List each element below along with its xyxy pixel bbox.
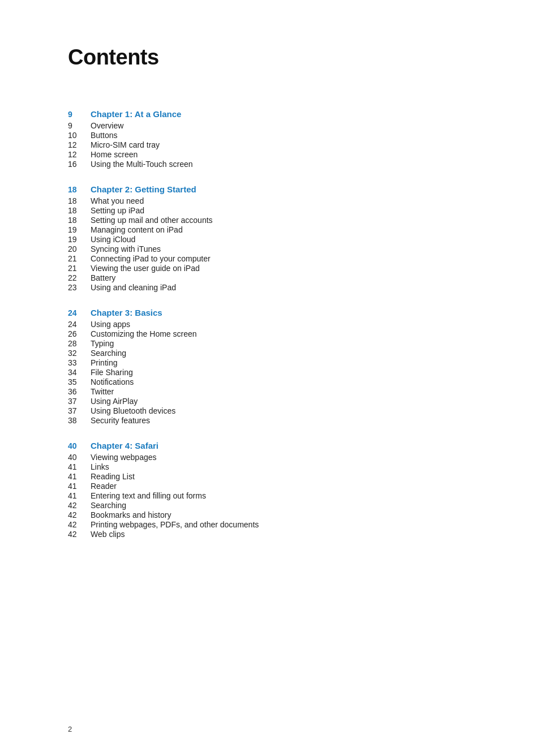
entry-text: Bookmarks and history — [91, 510, 171, 519]
toc-entry: 35Notifications — [68, 377, 472, 386]
toc-entry: 37Using AirPlay — [68, 397, 472, 406]
toc-entry: 36Twitter — [68, 387, 472, 396]
entry-page-num: 33 — [68, 358, 91, 367]
entry-text: Security features — [91, 416, 150, 425]
entry-text: Syncing with iTunes — [91, 244, 161, 254]
entry-page-num: 19 — [68, 225, 91, 234]
entry-text: Micro-SIM card tray — [91, 140, 160, 149]
toc-entry: 41Links — [68, 462, 472, 471]
toc-entry: 42Bookmarks and history — [68, 510, 472, 519]
toc-entry: 26Customizing the Home screen — [68, 329, 472, 338]
toc-entry: 41Entering text and filling out forms — [68, 491, 472, 500]
toc-entry: 9Overview — [68, 121, 472, 130]
entry-page-num: 19 — [68, 235, 91, 244]
entry-page-num: 24 — [68, 320, 91, 329]
entry-page-num: 21 — [68, 254, 91, 263]
chapter-3-title: Chapter 3: Basics — [91, 308, 162, 317]
page: Contents 9Chapter 1: At a Glance9Overvie… — [0, 0, 540, 756]
entry-text: Connecting iPad to your computer — [91, 254, 211, 263]
entry-text: Searching — [91, 349, 126, 358]
chapter-2-section: 18Chapter 2: Getting Started18What you n… — [68, 184, 472, 292]
toc-entry: 37Using Bluetooth devices — [68, 406, 472, 415]
entry-text: Viewing the user guide on iPad — [91, 264, 200, 273]
entry-text: Reading List — [91, 472, 135, 481]
entry-page-num: 34 — [68, 368, 91, 377]
entry-text: Buttons — [91, 131, 117, 140]
entry-text: Customizing the Home screen — [91, 329, 197, 338]
entry-text: Home screen — [91, 150, 138, 159]
entry-text: Entering text and filling out forms — [91, 491, 206, 500]
chapter-3-page: 24 — [68, 308, 91, 317]
entry-page-num: 42 — [68, 510, 91, 519]
toc-entry: 40Viewing webpages — [68, 453, 472, 462]
toc-entry: 33Printing — [68, 358, 472, 367]
toc-container: 9Chapter 1: At a Glance9Overview10Button… — [68, 109, 472, 539]
entry-page-num: 18 — [68, 216, 91, 225]
entry-text: Using apps — [91, 320, 130, 329]
toc-entry: 41Reading List — [68, 472, 472, 481]
entry-page-num: 41 — [68, 482, 91, 491]
entry-text: Using Bluetooth devices — [91, 406, 175, 415]
entry-text: Overview — [91, 121, 123, 130]
entry-page-num: 42 — [68, 520, 91, 529]
toc-entry: 21Viewing the user guide on iPad — [68, 264, 472, 273]
chapter-4-section: 40Chapter 4: Safari40Viewing webpages41L… — [68, 441, 472, 539]
toc-entry: 22Battery — [68, 273, 472, 282]
entry-page-num: 18 — [68, 206, 91, 215]
toc-entry: 10Buttons — [68, 131, 472, 140]
page-title: Contents — [68, 45, 472, 70]
entry-page-num: 18 — [68, 196, 91, 205]
chapter-1-section: 9Chapter 1: At a Glance9Overview10Button… — [68, 109, 472, 169]
toc-entry: 18Setting up mail and other accounts — [68, 216, 472, 225]
toc-entry: 18What you need — [68, 196, 472, 205]
page-number: 2 — [68, 725, 72, 733]
entry-page-num: 26 — [68, 329, 91, 338]
entry-text: Viewing webpages — [91, 453, 157, 462]
entry-page-num: 40 — [68, 453, 91, 462]
entry-text: Searching — [91, 501, 126, 510]
chapter-3-section: 24Chapter 3: Basics24Using apps26Customi… — [68, 308, 472, 425]
toc-entry: 34File Sharing — [68, 368, 472, 377]
toc-entry: 20Syncing with iTunes — [68, 244, 472, 254]
entry-page-num: 16 — [68, 160, 91, 169]
entry-page-num: 28 — [68, 339, 91, 348]
toc-entry: 18Setting up iPad — [68, 206, 472, 215]
toc-entry: 42Printing webpages, PDFs, and other doc… — [68, 520, 472, 529]
entry-text: Notifications — [91, 377, 134, 386]
entry-text: Using iCloud — [91, 235, 135, 244]
entry-text: Printing webpages, PDFs, and other docum… — [91, 520, 259, 529]
toc-entry: 24Using apps — [68, 320, 472, 329]
entry-text: Links — [91, 462, 109, 471]
entry-text: Reader — [91, 482, 117, 491]
entry-text: Using the Multi-Touch screen — [91, 160, 193, 169]
entry-text: File Sharing — [91, 368, 133, 377]
entry-text: Typing — [91, 339, 114, 348]
chapter-1-page: 9 — [68, 110, 91, 119]
entry-page-num: 20 — [68, 244, 91, 254]
entry-text: Web clips — [91, 530, 125, 539]
toc-entry: 41Reader — [68, 482, 472, 491]
chapter-3-heading: 24Chapter 3: Basics — [68, 308, 472, 317]
toc-entry: 12Home screen — [68, 150, 472, 159]
entry-page-num: 12 — [68, 140, 91, 149]
entry-page-num: 10 — [68, 131, 91, 140]
toc-entry: 32Searching — [68, 349, 472, 358]
entry-page-num: 37 — [68, 397, 91, 406]
chapter-2-page: 18 — [68, 185, 91, 194]
chapter-2-title: Chapter 2: Getting Started — [91, 184, 196, 194]
entry-text: Twitter — [91, 387, 114, 396]
entry-page-num: 41 — [68, 491, 91, 500]
toc-entry: 19Managing content on iPad — [68, 225, 472, 234]
entry-text: Managing content on iPad — [91, 225, 183, 234]
entry-page-num: 41 — [68, 462, 91, 471]
toc-entry: 21Connecting iPad to your computer — [68, 254, 472, 263]
chapter-4-page: 40 — [68, 441, 91, 450]
entry-page-num: 12 — [68, 150, 91, 159]
toc-entry: 38Security features — [68, 416, 472, 425]
toc-entry: 28Typing — [68, 339, 472, 348]
entry-page-num: 35 — [68, 377, 91, 386]
entry-page-num: 36 — [68, 387, 91, 396]
toc-entry: 23Using and cleaning iPad — [68, 283, 472, 292]
toc-entry: 42Web clips — [68, 530, 472, 539]
chapter-4-title: Chapter 4: Safari — [91, 441, 158, 450]
